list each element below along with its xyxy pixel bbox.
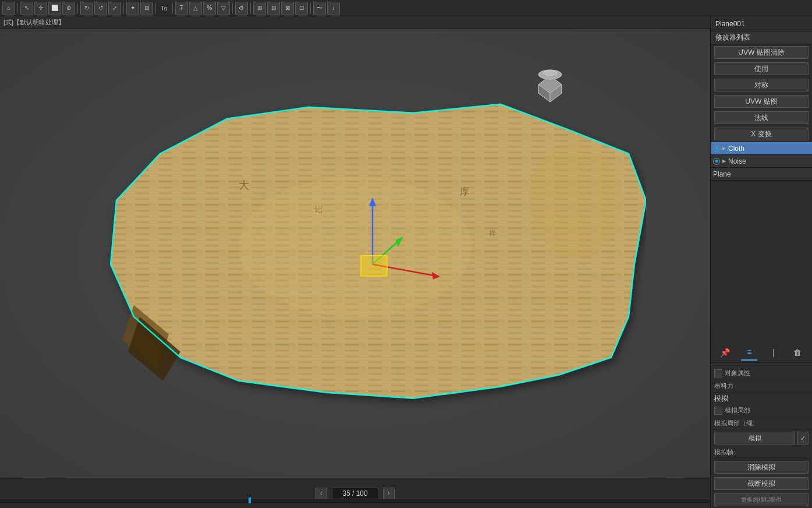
modifier-stack-empty	[711, 181, 812, 342]
modifier-noise[interactable]: ▶ Noise	[711, 155, 812, 168]
toolbar-separator-8	[310, 3, 311, 13]
modifier-noise-eye-inner	[715, 160, 718, 163]
toolbar-btn-waveform[interactable]: 〜	[313, 2, 326, 15]
toolbar-separator-5	[172, 3, 173, 13]
mesh-container: 文字新闻报纸内容 大明日报版面内容 广告商业文字排版 副刊特别报道新闻 大 明 …	[64, 84, 646, 410]
toolbar-btn-percent[interactable]: %	[203, 2, 216, 15]
modifier-plane-label: Plane	[713, 170, 731, 178]
simulate-frames-label: 模拟帧:	[714, 448, 809, 457]
toolbar-btn-grid4[interactable]: ⊡	[295, 2, 308, 15]
simulate-local-label: 模拟局部	[725, 406, 809, 415]
cut-simulate-btn[interactable]: 截断模拟	[714, 477, 809, 490]
toolbar-btn-grid1[interactable]: ⊞	[253, 2, 266, 15]
main-toolbar: ⌂ ↖ ✛ ⬜ ⊕ ↻ ↺ ⤢ ✦ ⊟ To 7 △ % ▽ ⚙ ⊞ ⊟ ⊠ ⊡…	[0, 0, 812, 16]
timeline-thumb[interactable]	[249, 498, 251, 503]
toolbar-btn-align[interactable]: ⊟	[140, 2, 153, 15]
simulate-local-checkbox[interactable]	[714, 407, 722, 415]
right-panel: + □ ≡ ◉ Plane001 修改器列表 UVW 贴图清除 使用 对称 UV…	[710, 0, 812, 508]
modifier-cloth-label: Cloth	[728, 144, 744, 153]
more-btn[interactable]: 更多的模拟提供	[714, 493, 809, 506]
simulate-local-num-label: 模拟局部（绳	[714, 419, 809, 428]
text-overlay-3: 厚	[460, 186, 469, 196]
rp-object-name: Plane001	[711, 16, 812, 31]
timeline-bar: ‹ 35 / 100 ›	[0, 478, 710, 508]
symmetry-btn[interactable]: 对称	[714, 79, 809, 91]
toolbar-btn-home[interactable]: ⌂	[2, 2, 15, 15]
modifier-cloth-arrow: ▶	[722, 146, 726, 151]
frame-display: 35 / 100	[332, 488, 378, 499]
simulate-frames-row: 模拟帧:	[711, 446, 812, 459]
modifier-noise-label: Noise	[728, 157, 746, 165]
simulate-dropdown-btn[interactable]: ✓	[797, 432, 809, 444]
rp-icons-row: 📌 ≡ | 🗑	[711, 342, 812, 363]
mode-text: [式]【默认明暗处理】	[3, 18, 65, 27]
nav-cube-svg	[530, 64, 570, 105]
toolbar-separator-7	[250, 3, 251, 13]
xform-btn[interactable]: X 变换	[714, 128, 809, 140]
rp-icon-delete[interactable]: 🗑	[789, 344, 806, 361]
simulate-button[interactable]: 模拟	[714, 432, 795, 444]
modifier-list-header: 修改器列表	[711, 31, 812, 44]
timeline-track[interactable]	[0, 499, 710, 503]
object-name-text: Plane001	[715, 20, 745, 28]
simulate-btn-row: 模拟 ✓	[714, 432, 809, 444]
navigation-cube[interactable]	[530, 64, 570, 105]
mesh-svg: 文字新闻报纸内容 大明日报版面内容 广告商业文字排版 副刊特别报道新闻 大 明 …	[64, 84, 646, 410]
toolbar-btn-transform[interactable]: ⊕	[62, 2, 75, 15]
toolbar-btn-rect-select[interactable]: ⬜	[48, 2, 61, 15]
toolbar-btn-down-arrow[interactable]: ▽	[217, 2, 230, 15]
modifier-noise-arrow: ▶	[722, 158, 726, 164]
timeline-next-btn[interactable]: ›	[383, 488, 395, 499]
simulate-section: 模拟	[711, 393, 812, 404]
enable-btn[interactable]: 使用	[714, 62, 809, 75]
modifier-cloth[interactable]: ▶ Cloth	[711, 142, 812, 155]
toolbar-separator-4	[155, 3, 156, 13]
toolbar-btn-grid3[interactable]: ⊠	[281, 2, 294, 15]
uvw-map-clear-btn[interactable]: UVW 贴图清除	[714, 46, 809, 59]
text-overlay-1: 大	[239, 179, 249, 191]
rp-icon-pin[interactable]: 📌	[717, 344, 733, 361]
rp-icon-pipe[interactable]: |	[765, 344, 782, 361]
rp-material-force-row: 布料力	[711, 380, 812, 393]
rp-separator	[711, 365, 812, 365]
selection-box	[361, 256, 387, 276]
toolbar-btn-7[interactable]: 7	[175, 2, 188, 15]
toolbar-btn-gear[interactable]: ⚙	[235, 2, 248, 15]
svg-point-33	[543, 70, 557, 76]
toolbar-btn-rotate[interactable]: ↻	[80, 2, 93, 15]
toolbar-btn-grid2[interactable]: ⊟	[267, 2, 280, 15]
remove-simulate-btn[interactable]: 消除模拟	[714, 461, 809, 474]
toolbar-btn-select[interactable]: ↖	[20, 2, 33, 15]
modifier-cloth-eye-inner	[715, 147, 718, 150]
modifier-cloth-eye[interactable]	[713, 145, 720, 152]
main-viewport[interactable]: 文字新闻报纸内容 大明日报版面内容 广告商业文字排版 副刊特别报道新闻 大 明 …	[0, 29, 710, 478]
toolbar-btn-snap[interactable]: ✦	[126, 2, 139, 15]
rp-icon-modifier[interactable]: ≡	[741, 344, 757, 361]
toolbar-separator-6	[232, 3, 233, 13]
mode-bar: [式]【默认明暗处理】	[0, 16, 710, 29]
material-force-label: 布料力	[714, 382, 809, 390]
toolbar-separator-1	[17, 3, 18, 13]
modifier-list-label: 修改器列表	[715, 33, 750, 43]
timeline-prev-btn[interactable]: ‹	[315, 488, 327, 499]
toolbar-separator-2	[77, 3, 78, 13]
toolbar-btn-mirror[interactable]: ↺	[94, 2, 107, 15]
toolbar-btn-move[interactable]: ✛	[34, 2, 47, 15]
toolbar-label-to: To	[158, 5, 170, 12]
object-properties-label: 对象属性	[725, 369, 809, 378]
toolbar-btn-export[interactable]: ↓	[327, 2, 340, 15]
toolbar-separator-3	[123, 3, 124, 13]
rp-object-properties-row: 对象属性	[711, 367, 812, 380]
rp-simulate-local-num-row: 模拟局部（绳	[711, 417, 812, 430]
text-overlay-4: 祥	[489, 229, 496, 237]
toolbar-btn-scale[interactable]: ⤢	[108, 2, 121, 15]
simulate-label: 模拟	[714, 394, 728, 404]
object-properties-checkbox[interactable]	[714, 369, 722, 378]
normals-btn[interactable]: 法线	[714, 111, 809, 124]
modifier-plane[interactable]: Plane	[711, 168, 812, 181]
modifier-noise-eye[interactable]	[713, 158, 720, 165]
rp-simulate-local-row: 模拟局部	[711, 404, 812, 417]
text-overlay-2: 记	[314, 205, 322, 214]
toolbar-btn-triangle[interactable]: △	[189, 2, 202, 15]
uvw-map-btn[interactable]: UVW 贴图	[714, 95, 809, 108]
